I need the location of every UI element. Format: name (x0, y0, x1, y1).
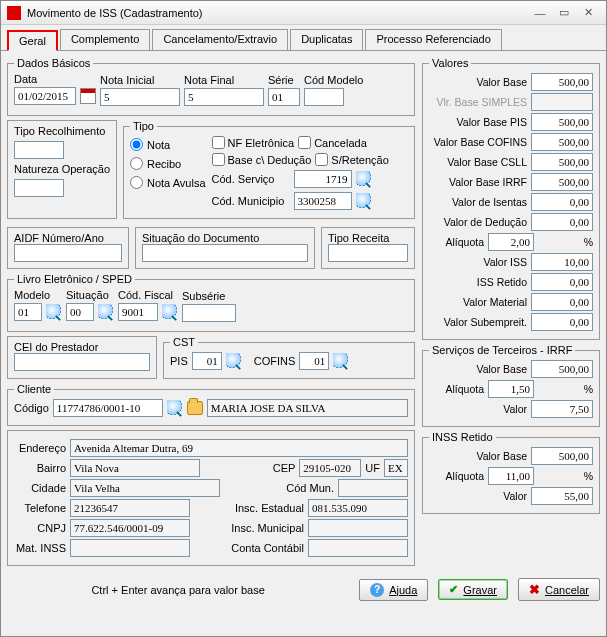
cst-pis-input[interactable] (192, 352, 222, 370)
conta-label: Conta Contábil (231, 542, 304, 554)
tab-cancelamento[interactable]: Cancelamento/Extravio (152, 29, 288, 50)
inss-base-input[interactable] (531, 447, 593, 465)
radio-recibo[interactable]: Recibo (130, 157, 206, 170)
tipo-recolhimento-label: Tipo Recolhimento (14, 125, 110, 137)
inss-valor-input[interactable] (531, 487, 593, 505)
cod-modelo-label: Cód Modelo (304, 74, 363, 86)
cliente-nome (207, 399, 408, 417)
matinss-label: Mat. INSS (14, 542, 66, 554)
maximize-button[interactable]: ▭ (552, 6, 576, 19)
cei-group: CEI do Prestador (7, 336, 157, 379)
tab-duplicatas[interactable]: Duplicatas (290, 29, 363, 50)
sped-subserie-label: Subsérie (182, 290, 236, 302)
valor-cofins-label: Valor Base COFINS (429, 136, 527, 148)
cod-servico-input[interactable] (294, 170, 352, 188)
valor-iss-label: Valor ISS (429, 256, 527, 268)
natureza-operacao-label: Natureza Operação (14, 163, 110, 175)
cod-municipio-label: Cód. Municipio (212, 195, 290, 207)
inss-aliq-label: Alíquota (429, 470, 484, 482)
search-icon[interactable] (226, 353, 242, 369)
calendar-icon[interactable] (80, 88, 96, 104)
cod-servico-label: Cód. Serviço (212, 173, 290, 185)
terc-base-input[interactable] (531, 360, 593, 378)
folder-icon[interactable] (187, 401, 203, 415)
cei-input[interactable] (14, 353, 150, 371)
search-icon[interactable] (356, 193, 372, 209)
aliquota-input[interactable] (488, 233, 534, 251)
valor-pis-input[interactable] (531, 113, 593, 131)
data-input[interactable] (14, 87, 76, 105)
inss-base-label: Valor Base (429, 450, 527, 462)
situacao-doc-input[interactable] (142, 244, 308, 262)
cidade-input (70, 479, 220, 497)
cod-municipio-input[interactable] (294, 192, 352, 210)
terceiros-group: Serviços de Terceiros - IRRF Valor Base … (422, 344, 600, 427)
sped-subserie-input[interactable] (182, 304, 236, 322)
inss-aliq-input[interactable] (488, 467, 534, 485)
search-icon[interactable] (167, 400, 183, 416)
valor-isentas-input[interactable] (531, 193, 593, 211)
valor-iss-input[interactable] (531, 253, 593, 271)
tabs: Geral Complemento Cancelamento/Extravio … (1, 25, 606, 51)
valor-material-input[interactable] (531, 293, 593, 311)
im-input (308, 519, 408, 537)
endereco-input (70, 439, 408, 457)
close-button[interactable]: ✕ (576, 6, 600, 19)
search-icon[interactable] (333, 353, 349, 369)
footer: Ctrl + Enter avança para valor base ?Aju… (7, 570, 600, 601)
tab-geral[interactable]: Geral (7, 30, 58, 51)
cliente-codigo-label: Código (14, 402, 49, 414)
gravar-button[interactable]: ✔Gravar (438, 579, 508, 600)
ajuda-button[interactable]: ?Ajuda (359, 579, 428, 601)
tipo-legend: Tipo (130, 120, 157, 132)
uf-label: UF (365, 462, 380, 474)
chk-cancelada[interactable]: Cancelada (298, 136, 367, 149)
minimize-button[interactable]: — (528, 7, 552, 19)
situacao-doc-group: Situação do Documento (135, 227, 315, 269)
sped-cfiscal-input[interactable] (118, 303, 158, 321)
chk-nf-eletronica[interactable]: NF Eletrônica (212, 136, 295, 149)
sped-situacao-label: Situação (66, 289, 114, 301)
tab-complemento[interactable]: Complemento (60, 29, 150, 50)
tipo-recolhimento-input[interactable] (14, 141, 64, 159)
codmun-label: Cód Mun. (286, 482, 334, 494)
valor-subempreit-input[interactable] (531, 313, 593, 331)
chk-base-deducao[interactable]: Base c\ Dedução (212, 153, 312, 166)
valores-legend: Valores (429, 57, 471, 69)
tab-processo[interactable]: Processo Referenciado (365, 29, 501, 50)
sped-situacao-input[interactable] (66, 303, 94, 321)
terc-valor-input[interactable] (531, 400, 593, 418)
sped-modelo-label: Modelo (14, 289, 62, 301)
cep-label: CEP (273, 462, 296, 474)
valor-base-input[interactable] (531, 73, 593, 91)
cod-modelo-input[interactable] (304, 88, 344, 106)
nota-inicial-input[interactable] (100, 88, 180, 106)
valor-deducao-input[interactable] (531, 213, 593, 231)
search-icon[interactable] (98, 304, 114, 320)
cst-cofins-input[interactable] (299, 352, 329, 370)
cancelar-button[interactable]: ✖Cancelar (518, 578, 600, 601)
tipo-receita-input[interactable] (328, 244, 408, 262)
radio-nota[interactable]: Nota (130, 138, 206, 151)
search-icon[interactable] (46, 304, 62, 320)
window-title: Movimento de ISS (Cadastramento) (27, 7, 528, 19)
aidf-input[interactable] (14, 244, 122, 262)
chk-s-retencao[interactable]: S/Retenção (315, 153, 388, 166)
iss-retido-input[interactable] (531, 273, 593, 291)
valores-group: Valores Valor Base Vlr. Base SIMPLES Val… (422, 57, 600, 340)
nota-final-input[interactable] (184, 88, 264, 106)
sped-modelo-input[interactable] (14, 303, 42, 321)
valor-csll-input[interactable] (531, 153, 593, 171)
serie-input[interactable] (268, 88, 300, 106)
matinss-input (70, 539, 190, 557)
radio-nota-avulsa[interactable]: Nota Avulsa (130, 176, 206, 189)
valor-irrf-input[interactable] (531, 173, 593, 191)
valor-cofins-input[interactable] (531, 133, 593, 151)
search-icon[interactable] (356, 171, 372, 187)
telefone-label: Telefone (14, 502, 66, 514)
cidade-label: Cidade (14, 482, 66, 494)
cliente-codigo-input[interactable] (53, 399, 163, 417)
natureza-operacao-input[interactable] (14, 179, 64, 197)
terc-aliq-input[interactable] (488, 380, 534, 398)
search-icon[interactable] (162, 304, 178, 320)
